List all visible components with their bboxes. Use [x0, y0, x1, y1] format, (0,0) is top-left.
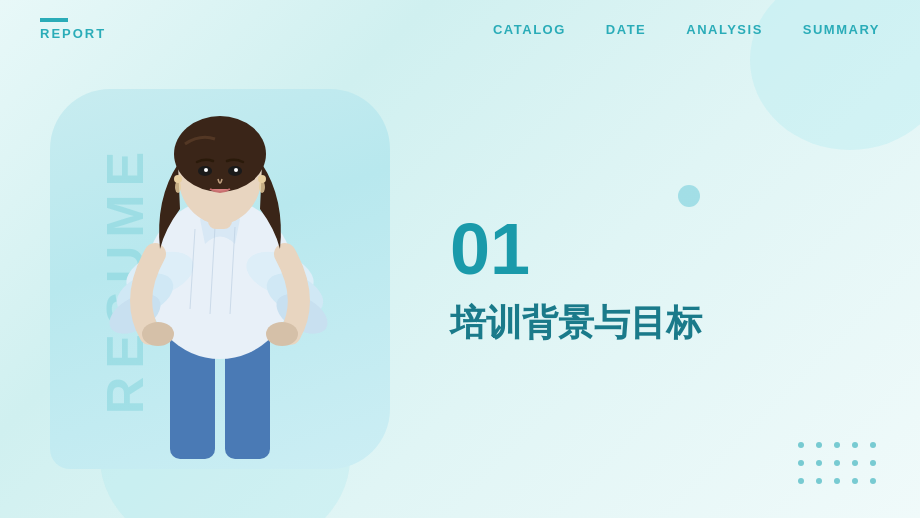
- main-content: RESUME: [0, 55, 920, 503]
- nav-item-summary[interactable]: SUMMARY: [803, 22, 880, 37]
- logo-bar: [40, 18, 68, 22]
- svg-point-13: [142, 322, 174, 346]
- right-content: 01 培训背景与目标: [390, 213, 890, 344]
- logo-text: REPORT: [40, 26, 106, 41]
- dot: [816, 478, 822, 484]
- section-number: 01: [450, 213, 850, 285]
- svg-point-14: [266, 322, 298, 346]
- person-card: [50, 89, 390, 469]
- main-nav: CATALOG DATE ANALYSIS SUMMARY: [493, 22, 880, 37]
- dot: [834, 460, 840, 466]
- nav-item-catalog[interactable]: CATALOG: [493, 22, 566, 37]
- dot: [816, 460, 822, 466]
- svg-point-25: [259, 181, 265, 193]
- dot: [852, 442, 858, 448]
- header: REPORT CATALOG DATE ANALYSIS SUMMARY: [0, 0, 920, 55]
- dot: [852, 478, 858, 484]
- dot: [798, 442, 804, 448]
- person-image: [80, 99, 360, 469]
- dot: [870, 460, 876, 466]
- dot: [816, 442, 822, 448]
- dot: [870, 442, 876, 448]
- nav-item-analysis[interactable]: ANALYSIS: [686, 22, 763, 37]
- dot: [852, 460, 858, 466]
- nav-item-date[interactable]: DATE: [606, 22, 646, 37]
- svg-point-20: [204, 168, 208, 172]
- circle-decoration: [678, 185, 700, 207]
- logo: REPORT: [40, 18, 106, 41]
- dot: [834, 478, 840, 484]
- svg-point-17: [174, 116, 266, 192]
- dot: [834, 442, 840, 448]
- section-title: 培训背景与目标: [450, 301, 850, 344]
- dot-grid-decoration: [798, 442, 880, 488]
- svg-point-21: [234, 168, 238, 172]
- dot: [798, 460, 804, 466]
- dot: [870, 478, 876, 484]
- dot: [798, 478, 804, 484]
- svg-point-24: [175, 181, 181, 193]
